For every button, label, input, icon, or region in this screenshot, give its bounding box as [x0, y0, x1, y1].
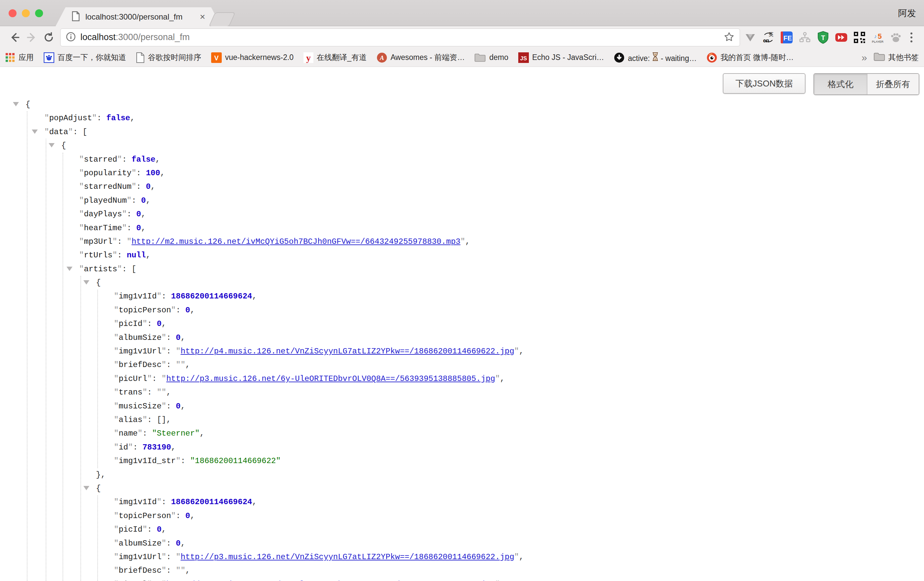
json-link[interactable]: http://m2.music.126.net/ivMcQYiG5oh7BCJh… — [131, 237, 460, 246]
bookmark-item[interactable]: demo — [475, 53, 508, 62]
translate-icon[interactable]: 英en — [762, 30, 776, 45]
json-line: "trans": "", — [0, 386, 924, 399]
fastforward-icon[interactable] — [834, 30, 848, 45]
bookmark-item[interactable]: 谷歌按时间排序 — [136, 52, 201, 63]
json-literal-value: 18686200114669624 — [171, 498, 252, 507]
svg-text:JS: JS — [520, 55, 527, 61]
json-link[interactable]: http://p3.music.126.net/VnZiScyynLG7atLI… — [181, 553, 514, 561]
bookmark-item[interactable]: Vvue-hackernews-2.0 — [211, 52, 294, 63]
json-link[interactable]: http://p4.music.126.net/VnZiScyynLG7atLI… — [181, 347, 514, 356]
json-line: "rtUrls": null, — [0, 248, 924, 262]
json-link[interactable]: http://p3.music.126.net/6y-UleORITEDbvrO… — [166, 374, 495, 383]
json-line: "img1v1Id": 18686200114669624, — [0, 495, 924, 509]
bookmark-item[interactable]: y在线翻译_有道 — [304, 52, 367, 63]
paw-icon[interactable] — [889, 30, 903, 45]
bookmark-item[interactable]: active: - waiting… — [614, 52, 696, 63]
bookmark-label: 谷歌按时间排序 — [148, 52, 201, 63]
page-favicon — [71, 11, 80, 23]
collapse-toggle-icon[interactable] — [13, 102, 19, 106]
json-key: starred — [84, 155, 117, 164]
json-line: "hearTime": 0, — [0, 221, 924, 235]
download-json-button[interactable]: 下载JSON数据 — [723, 73, 805, 94]
json-key: data — [49, 127, 68, 136]
url-text[interactable]: localhost:3000/personal_fm — [81, 32, 724, 42]
bookmark-item[interactable]: JSEcho JS - JavaScri… — [518, 52, 604, 63]
json-line: "picUrl": "http://p3.music.126.net/6y-Ul… — [0, 372, 924, 386]
indent-guide — [63, 153, 63, 581]
json-line: }, — [0, 468, 924, 482]
json-key: alias — [119, 415, 142, 424]
json-line: "popularity": 100, — [0, 166, 924, 180]
bookmark-label: Echo JS - JavaScri… — [532, 53, 604, 62]
minimize-window-button[interactable] — [22, 9, 30, 17]
youdao-icon: y — [304, 52, 314, 63]
reload-button[interactable] — [40, 29, 58, 46]
collapse-all-button[interactable]: 折叠所有 — [867, 74, 919, 94]
format-button[interactable]: 格式化 — [814, 74, 867, 94]
folder-icon — [874, 52, 885, 63]
address-bar[interactable]: localhost:3000/personal_fm — [60, 28, 740, 46]
vue-devtools-icon[interactable] — [743, 30, 757, 45]
fe-icon[interactable]: FE — [780, 30, 794, 45]
json-line: { — [0, 98, 924, 111]
json-key: img1v1Id — [119, 498, 157, 507]
json-string-value: "Steerner" — [152, 429, 200, 438]
json-line: "alias": [], — [0, 413, 924, 427]
json-key: img1v1Url — [119, 347, 162, 356]
html5-player-icon[interactable]: ♪5PLAYER — [871, 30, 884, 45]
svg-text:FE: FE — [783, 35, 792, 42]
browser-tab[interactable]: localhost:3000/personal_fm × — [56, 7, 221, 26]
page-info-icon[interactable] — [66, 32, 76, 43]
tampermonkey-icon[interactable]: T — [816, 30, 830, 45]
json-literal-value: 0 — [185, 511, 190, 520]
bookmark-item[interactable]: 百度一下，你就知道 — [44, 52, 126, 63]
json-key: img1v1Id — [119, 292, 157, 301]
qrcode-icon[interactable] — [853, 30, 866, 45]
view-mode-segmented-control: 格式化 折叠所有 — [813, 73, 919, 95]
other-bookmarks-folder[interactable]: 其他书签 — [874, 52, 919, 63]
svg-text:英: 英 — [769, 31, 774, 37]
browser-menu-icon[interactable] — [905, 30, 918, 45]
json-literal-value: 783190 — [142, 443, 171, 452]
bookmarks-bar: 应用百度一下，你就知道谷歌按时间排序Vvue-hackernews-2.0y在线… — [0, 48, 924, 67]
tab-close-icon[interactable]: × — [200, 12, 205, 22]
bookmark-item[interactable]: 应用 — [5, 52, 34, 63]
url-path: :3000/personal_fm — [116, 32, 190, 42]
bookmark-item[interactable]: AAwesomes - 前端资… — [376, 52, 465, 63]
back-button[interactable] — [6, 29, 23, 46]
json-line: "artists": [ — [0, 262, 924, 276]
bookmarks-right: » 其他书签 — [861, 52, 919, 63]
echojs-icon: JS — [518, 52, 529, 63]
bookmarks-overflow-chevron[interactable]: » — [861, 52, 867, 63]
svg-text:5: 5 — [878, 32, 882, 40]
collapse-toggle-icon[interactable] — [83, 280, 89, 285]
collapse-toggle-icon[interactable] — [83, 486, 89, 490]
json-line: "img1v1Url": "http://p4.music.126.net/Vn… — [0, 344, 924, 358]
collapse-toggle-icon[interactable] — [49, 143, 54, 147]
other-bookmarks-label: 其他书签 — [888, 52, 919, 63]
sitemap-icon[interactable] — [798, 30, 812, 45]
json-literal-value: 0 — [185, 306, 190, 315]
collapse-toggle-icon[interactable] — [32, 129, 38, 134]
bookmark-star-icon[interactable] — [724, 31, 734, 43]
forward-button[interactable] — [23, 29, 40, 46]
json-key: albumSize — [119, 539, 162, 548]
collapse-toggle-icon[interactable] — [66, 266, 73, 271]
json-line: "data": [ — [0, 125, 924, 139]
json-literal-value: false — [131, 155, 155, 164]
json-key: popularity — [84, 169, 131, 177]
bookmark-item[interactable]: 我的首页 微博-随时… — [706, 52, 794, 63]
vue-icon: V — [211, 52, 222, 63]
json-line: "picId": 0, — [0, 317, 924, 331]
page-icon — [136, 52, 145, 63]
bookmark-label: 我的首页 微博-随时… — [721, 52, 794, 63]
json-string-value: "" — [176, 566, 185, 575]
close-window-button[interactable] — [8, 9, 16, 17]
json-line: "starredNum": 0, — [0, 180, 924, 194]
json-key: img1v1Id_str — [119, 457, 176, 465]
json-key: picId — [119, 319, 142, 328]
json-line: "playedNum": 0, — [0, 194, 924, 207]
json-key: picUrl — [119, 374, 147, 383]
json-key: dayPlays — [84, 210, 122, 218]
zoom-window-button[interactable] — [35, 9, 43, 17]
